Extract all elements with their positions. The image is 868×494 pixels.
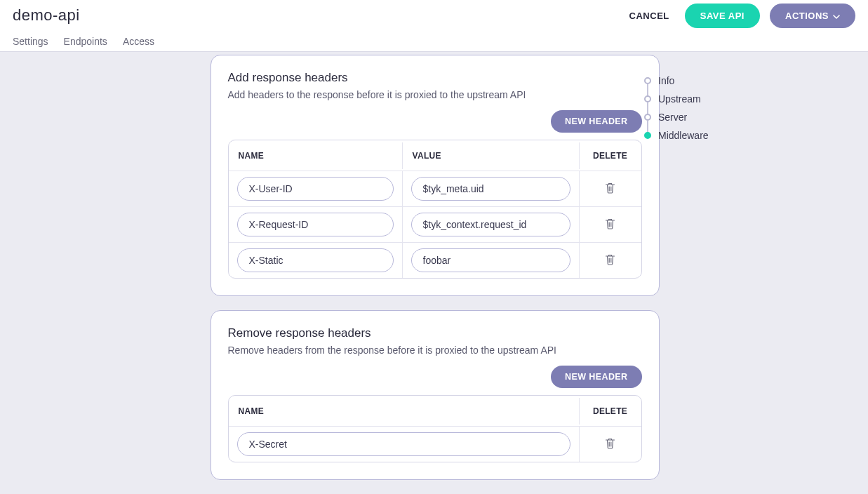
tab-access[interactable]: Access	[123, 36, 154, 47]
trash-icon	[605, 218, 615, 232]
actions-button[interactable]: ACTIONS	[770, 4, 855, 28]
delete-row-button[interactable]	[588, 182, 633, 196]
sidenav-label: Upstream	[658, 93, 701, 105]
app-title: demo-api	[13, 6, 80, 25]
topbar: demo-api CANCEL SAVE API ACTIONS	[0, 0, 868, 31]
card-desc: Remove headers from the response before …	[228, 345, 642, 356]
card-title: Remove response headers	[228, 326, 642, 340]
remove-headers-table: NAME DELETE	[228, 395, 642, 462]
save-api-button[interactable]: SAVE API	[685, 4, 760, 28]
delete-row-button[interactable]	[588, 218, 633, 232]
col-header-name: NAME	[229, 142, 403, 169]
main: Add response headers Add headers to the …	[0, 52, 868, 494]
step-dot-icon	[644, 114, 651, 121]
cancel-button[interactable]: CANCEL	[624, 4, 675, 28]
delete-row-button[interactable]	[588, 438, 633, 451]
new-header-button[interactable]: NEW HEADER	[551, 110, 641, 133]
table-row	[229, 427, 641, 462]
header-name-input[interactable]	[237, 213, 394, 236]
table-row	[229, 171, 641, 207]
col-header-value: VALUE	[403, 142, 580, 169]
header-value-input[interactable]	[411, 213, 570, 236]
table-row	[229, 207, 641, 243]
trash-icon	[605, 438, 615, 451]
step-dot-icon	[644, 132, 651, 139]
step-dot-icon	[644, 95, 651, 102]
table-header-row: NAME DELETE	[229, 396, 641, 427]
trash-icon	[605, 254, 615, 267]
sidenav-label: Server	[658, 112, 687, 123]
step-dot-icon	[644, 77, 651, 84]
col-header-name: NAME	[229, 398, 580, 425]
col-header-delete: DELETE	[580, 398, 641, 425]
card-title: Add response headers	[228, 71, 642, 85]
header-name-input[interactable]	[237, 177, 394, 201]
header-name-input[interactable]	[237, 432, 570, 456]
header-value-input[interactable]	[411, 248, 570, 272]
sidenav-label: Middleware	[658, 130, 709, 141]
header-value-input[interactable]	[411, 177, 570, 201]
new-header-button[interactable]: NEW HEADER	[551, 366, 641, 388]
sidenav-item-middleware[interactable]: Middleware	[644, 126, 770, 145]
remove-response-headers-card: Remove response headers Remove headers f…	[211, 310, 660, 480]
actions-button-label: ACTIONS	[785, 11, 829, 21]
col-header-delete: DELETE	[580, 142, 641, 169]
add-response-headers-card: Add response headers Add headers to the …	[211, 55, 660, 296]
add-headers-table: NAME VALUE DELETE	[228, 140, 642, 279]
sidenav-item-upstream[interactable]: Upstream	[644, 90, 770, 108]
delete-row-button[interactable]	[588, 254, 633, 267]
trash-icon	[605, 182, 615, 196]
table-row	[229, 243, 641, 278]
tab-endpoints[interactable]: Endpoints	[64, 36, 107, 47]
side-nav: Info Upstream Server Middleware	[644, 55, 770, 145]
chevron-down-icon	[833, 12, 840, 19]
tabs-row: Settings Endpoints Access	[0, 31, 868, 52]
sidenav-item-info[interactable]: Info	[644, 72, 770, 90]
card-desc: Add headers to the response before it is…	[228, 89, 642, 100]
topbar-actions: CANCEL SAVE API ACTIONS	[624, 4, 855, 28]
sidenav-label: Info	[658, 75, 674, 86]
sidenav-item-server[interactable]: Server	[644, 108, 770, 126]
tab-settings[interactable]: Settings	[13, 36, 48, 47]
table-header-row: NAME VALUE DELETE	[229, 140, 641, 171]
header-name-input[interactable]	[237, 248, 394, 272]
